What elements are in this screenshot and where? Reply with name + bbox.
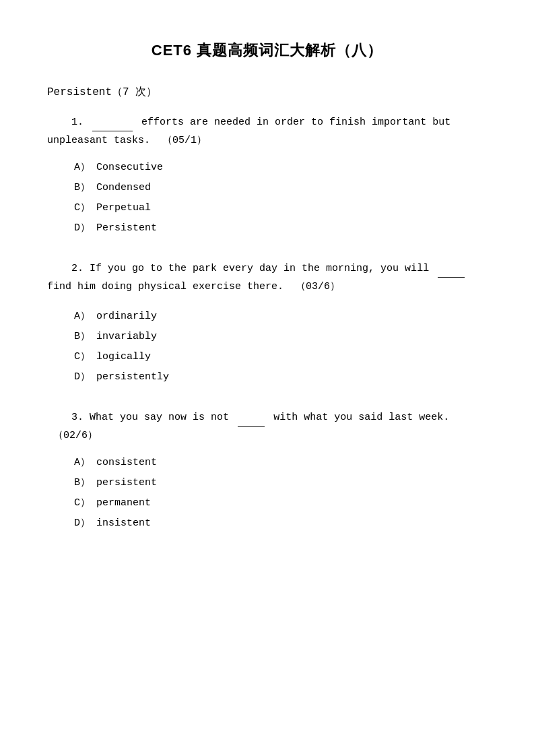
question-3-text: 3. What you say now is not with what you… bbox=[47, 408, 487, 445]
option-1d-text: Persistent bbox=[96, 222, 157, 234]
option-3d-label: D） bbox=[74, 517, 90, 529]
option-2a: A） ordinarily bbox=[74, 307, 487, 327]
question-1-text: 1. efforts are needed in order to finish… bbox=[47, 113, 487, 150]
option-1d: D） Persistent bbox=[74, 218, 487, 239]
question-3-before: What you say now is not bbox=[90, 412, 229, 423]
option-3a-label: A） bbox=[74, 457, 90, 468]
option-1a-label: A） bbox=[74, 162, 90, 173]
question-3-options: A） consistent B） persistent C） permanent… bbox=[74, 453, 487, 534]
question-2-blank bbox=[438, 259, 465, 278]
question-3-after: with what you said last week. bbox=[273, 412, 449, 423]
option-3c-text: permanent bbox=[96, 497, 151, 509]
option-2d: D） persistently bbox=[74, 367, 487, 387]
question-2-source: （03/6） bbox=[296, 281, 340, 292]
option-1b-text: Condensed bbox=[96, 182, 151, 193]
option-2d-label: D） bbox=[74, 371, 90, 383]
option-3a-text: consistent bbox=[96, 457, 157, 468]
option-1c-label: C） bbox=[74, 202, 90, 214]
question-3-blank bbox=[238, 408, 265, 427]
option-3c-label: C） bbox=[74, 497, 90, 509]
option-2b: B） invariably bbox=[74, 327, 487, 347]
question-1-blank bbox=[92, 113, 133, 131]
option-3b-text: persistent bbox=[96, 477, 157, 489]
option-2a-text: ordinarily bbox=[96, 311, 157, 322]
section-header: Persistent（7 次） bbox=[47, 85, 487, 99]
option-2d-text: persistently bbox=[96, 371, 169, 383]
question-1: 1. efforts are needed in order to finish… bbox=[47, 113, 487, 239]
option-3d: D） insistent bbox=[74, 513, 487, 534]
question-3-number: 3. bbox=[71, 412, 84, 423]
question-2: 2. If you go to the park every day in th… bbox=[47, 259, 487, 387]
option-1c-text: Perpetual bbox=[96, 202, 151, 214]
option-2c-text: logically bbox=[96, 351, 151, 363]
question-3-source: （02/6） bbox=[53, 430, 98, 441]
option-1d-label: D） bbox=[74, 222, 90, 234]
question-2-number: 2. bbox=[71, 263, 84, 274]
section-frequency: （7 次） bbox=[112, 86, 157, 98]
option-2b-label: B） bbox=[74, 331, 90, 342]
question-1-number: 1. bbox=[71, 117, 84, 128]
question-2-before: If you go to the park every day in the m… bbox=[90, 263, 429, 274]
option-1c: C） Perpetual bbox=[74, 198, 487, 218]
page-title: CET6 真题高频词汇大解析（八） bbox=[47, 40, 487, 61]
option-1b: B） Condensed bbox=[74, 178, 487, 198]
option-3b: B） persistent bbox=[74, 473, 487, 493]
option-1b-label: B） bbox=[74, 182, 90, 193]
option-2b-text: invariably bbox=[96, 331, 157, 342]
question-1-options: A） Consecutive B） Condensed C） Perpetual… bbox=[74, 158, 487, 239]
option-3b-label: B） bbox=[74, 477, 90, 489]
option-2c: C） logically bbox=[74, 347, 487, 367]
question-2-options: A） ordinarily B） invariably C） logically… bbox=[74, 307, 487, 387]
option-1a-text: Consecutive bbox=[96, 162, 163, 173]
option-3c: C） permanent bbox=[74, 493, 487, 513]
option-3a: A） consistent bbox=[74, 453, 487, 473]
question-2-text: 2. If you go to the park every day in th… bbox=[47, 259, 487, 296]
question-3: 3. What you say now is not with what you… bbox=[47, 408, 487, 534]
option-2c-label: C） bbox=[74, 351, 90, 363]
question-2-after: find him doing physical exercise there. bbox=[47, 281, 283, 292]
section-word: Persistent bbox=[47, 86, 112, 98]
question-1-source: （05/1） bbox=[162, 135, 207, 146]
option-1a: A） Consecutive bbox=[74, 158, 487, 178]
option-2a-label: A） bbox=[74, 311, 90, 322]
option-3d-text: insistent bbox=[96, 517, 151, 529]
